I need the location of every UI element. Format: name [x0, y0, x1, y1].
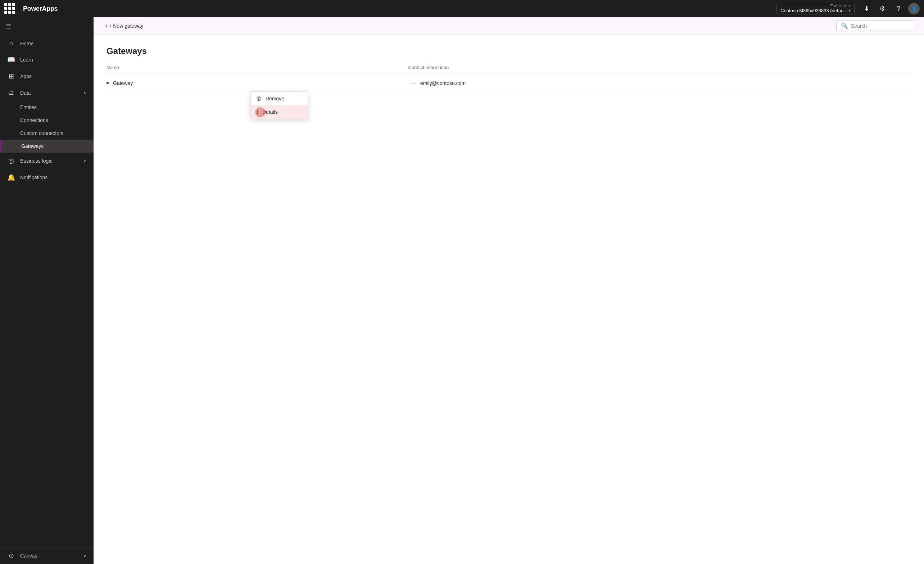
- topbar: PowerApps Environment Contoso M365x93383…: [0, 0, 924, 17]
- environment-selector[interactable]: Environment Contoso M365x933833 (defau..…: [777, 3, 855, 14]
- home-icon: ⌂: [7, 40, 15, 47]
- page-title: Gateways: [106, 46, 911, 56]
- sidebar-item-connections[interactable]: Connections: [0, 114, 93, 127]
- waffle-menu[interactable]: [4, 3, 16, 14]
- sidebar-collapse-button[interactable]: ☰: [0, 17, 93, 35]
- sidebar-item-apps[interactable]: ⊞ Apps: [0, 68, 93, 85]
- row-indicator: [106, 82, 109, 84]
- col-contact-header: Contact information: [408, 65, 911, 70]
- search-icon: 🔍: [841, 22, 848, 29]
- context-menu-remove[interactable]: 🗑 Remove: [251, 92, 308, 105]
- table-row: Gateway ··· emily@contoso.com 🗑 Remove ℹ…: [106, 74, 911, 93]
- sidebar-item-learn[interactable]: 📖 Learn: [0, 51, 93, 68]
- sidebar-item-gateways[interactable]: Gateways: [0, 140, 93, 153]
- col-name-header: Name: [106, 65, 408, 70]
- sidebar-item-notifications[interactable]: 🔔 Notifications: [0, 169, 93, 186]
- sidebar: ☰ ⌂ Home 📖 Learn ⊞ Apps 🗂 Data ∧ Entitie…: [0, 17, 93, 564]
- context-menu-details[interactable]: ℹ Details: [251, 105, 308, 119]
- row-contact-info: emily@contoso.com: [420, 80, 911, 86]
- learn-icon: 📖: [7, 56, 15, 64]
- settings-icon[interactable]: ⚙: [876, 4, 889, 13]
- data-icon: 🗂: [7, 89, 15, 96]
- apps-icon: ⊞: [7, 72, 15, 80]
- canvas-icon: ⊙: [7, 552, 15, 560]
- search-bar[interactable]: 🔍: [836, 21, 915, 31]
- sidebar-item-entities[interactable]: Entities: [0, 101, 93, 114]
- sidebar-item-data[interactable]: 🗂 Data ∧: [0, 85, 93, 101]
- context-menu: 🗑 Remove ℹ Details: [250, 92, 308, 119]
- table-header: Name Contact information: [106, 65, 911, 74]
- search-input[interactable]: [851, 23, 909, 29]
- info-icon: ℹ: [256, 109, 259, 115]
- sidebar-bottom: ⊙ Canvas ∨: [0, 547, 93, 564]
- data-expand-icon: ∧: [83, 90, 86, 95]
- sidebar-canvas-item[interactable]: ⊙ Canvas ∨: [0, 548, 93, 564]
- environment-label: Environment: [831, 4, 850, 8]
- help-icon[interactable]: ?: [893, 5, 904, 13]
- new-gateway-button[interactable]: + + New gateway: [102, 22, 146, 30]
- sidebar-item-home[interactable]: ⌂ Home: [0, 35, 93, 51]
- page-content: Gateways Name Contact information Gatewa…: [93, 34, 924, 564]
- content-toolbar: + + New gateway 🔍: [93, 17, 924, 34]
- sidebar-item-business-logic[interactable]: ◎ Business logic ∨: [0, 153, 93, 169]
- business-logic-expand-icon: ∨: [83, 158, 86, 164]
- plus-icon: +: [105, 23, 108, 29]
- remove-icon: 🗑: [256, 95, 262, 102]
- row-gateway-name: Gateway: [113, 80, 408, 86]
- chevron-down-icon: ▾: [849, 9, 850, 13]
- row-more-options-button[interactable]: ···: [408, 78, 420, 88]
- business-logic-icon: ◎: [7, 157, 15, 165]
- sidebar-item-custom-connectors[interactable]: Custom connectors: [0, 127, 93, 140]
- user-avatar[interactable]: 👤: [908, 3, 920, 14]
- environment-value: Contoso M365x933833 (defau... ▾: [780, 8, 850, 14]
- download-icon[interactable]: ⬇: [862, 4, 872, 13]
- content-area: + + New gateway 🔍 Gateways Name Contact …: [93, 17, 924, 564]
- canvas-expand-icon: ∨: [83, 553, 86, 558]
- notifications-icon: 🔔: [7, 174, 15, 182]
- app-title: PowerApps: [23, 5, 58, 13]
